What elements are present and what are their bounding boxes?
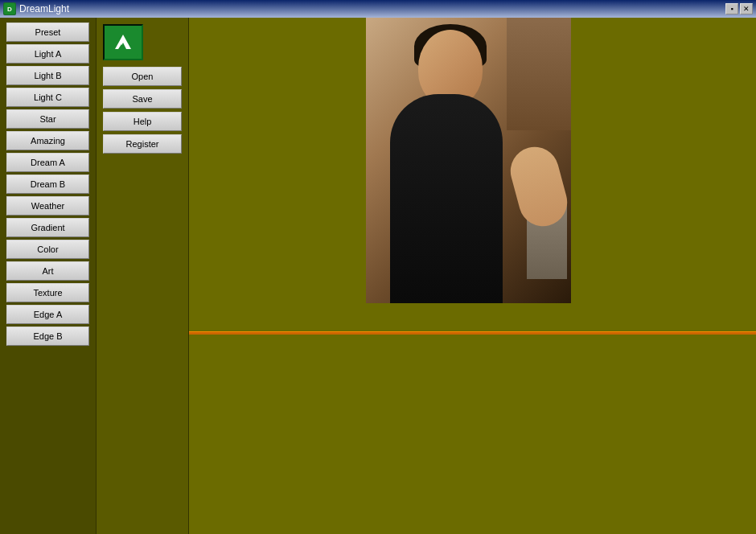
photo-display [366,18,571,303]
sidebar-btn-star[interactable]: Star [6,109,89,129]
sidebar-btn-light-b[interactable]: Light B [6,66,89,85]
titlebar-controls: ▪ ✕ [725,3,753,14]
close-button[interactable]: ✕ [740,3,753,14]
bg-wall [507,18,571,130]
center-panel: OpenSaveHelpRegister [97,18,189,534]
sidebar-btn-gradient[interactable]: Gradient [6,218,89,237]
figure-body [390,94,503,303]
maximize-button[interactable]: ▪ [725,3,738,14]
sidebar-btn-weather[interactable]: Weather [6,196,89,216]
sidebar-btn-edge-a[interactable]: Edge A [6,305,89,324]
sidebar-btn-light-c[interactable]: Light C [6,88,89,107]
sidebar-btn-art[interactable]: Art [6,261,89,281]
figure-arm [505,142,571,232]
sidebar: PresetLight ALight BLight CStarAmazingDr… [0,18,97,534]
app-title: DreamLight [19,3,69,14]
center-btn-save[interactable]: Save [103,89,182,109]
content-area [189,18,756,534]
center-btn-open[interactable]: Open [103,67,182,86]
sidebar-btn-edge-b[interactable]: Edge B [6,327,89,346]
sidebar-btn-preset[interactable]: Preset [6,23,89,42]
titlebar: D DreamLight ▪ ✕ [0,0,756,18]
sidebar-btn-amazing[interactable]: Amazing [6,131,89,150]
svg-text:D: D [7,6,12,13]
sidebar-btn-dream-b[interactable]: Dream B [6,175,89,194]
center-btn-help[interactable]: Help [103,112,182,131]
sidebar-btn-texture[interactable]: Texture [6,283,89,302]
sidebar-btn-dream-a[interactable]: Dream A [6,153,89,172]
main-layout: PresetLight ALight BLight CStarAmazingDr… [0,18,756,534]
sidebar-btn-light-a[interactable]: Light A [6,44,89,64]
center-btn-register[interactable]: Register [103,134,182,154]
sidebar-btn-color[interactable]: Color [6,240,89,259]
app-icon: D [3,2,16,15]
image-area [189,18,756,331]
logo-button[interactable] [103,24,143,60]
titlebar-left: D DreamLight [3,2,69,15]
photo-content [366,18,571,303]
bottom-area [189,335,756,534]
